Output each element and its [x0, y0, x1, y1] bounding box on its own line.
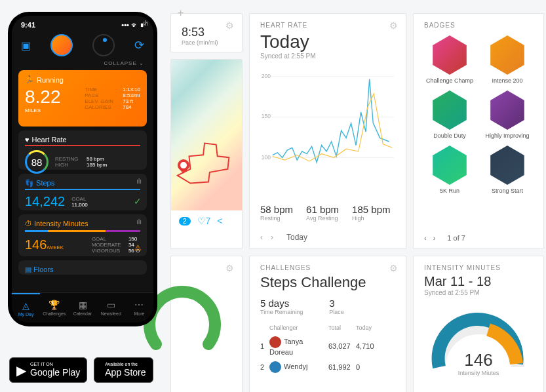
heart-icon: ♥ — [25, 136, 29, 144]
prev-icon[interactable]: ‹ — [424, 234, 427, 242]
avatar[interactable] — [50, 34, 73, 56]
sync-time: Synced at 2:55 PM — [260, 52, 395, 60]
heart-icon[interactable]: ♡7 — [197, 216, 211, 226]
pace-card: + ⚙ 8:53 Pace (min/mi) — [170, 13, 243, 52]
high-value: 185 bpm — [352, 204, 390, 215]
gear-icon[interactable]: ⚙ — [225, 263, 234, 273]
tab-more[interactable]: ⋯More — [125, 293, 153, 323]
play-icon: ▶ — [16, 363, 26, 378]
intensity-value: 146 — [25, 237, 47, 252]
svg-text:200: 200 — [262, 73, 271, 79]
badge-item[interactable]: 5K Run — [424, 146, 475, 194]
activity-map-card: 2 ♡7 < — [170, 59, 243, 249]
phone-steps-card[interactable]: ılı 👣 Steps 14,242 GOAL11,000 ✓ — [18, 174, 147, 210]
sync-icon[interactable]: ⟳ — [134, 38, 144, 52]
phone-intensity-card[interactable]: ılı ⏱ Intensity Minutes 146/WEEK GOAL150… — [18, 214, 147, 256]
intensity-gauge: 146 Intensity Miutes — [426, 308, 531, 374]
pace-label: Pace (min/mi) — [182, 39, 231, 46]
run-distance: 8.22 — [25, 87, 61, 108]
hr-ring: 88 — [25, 150, 49, 174]
table-row[interactable]: 2 Wendyj 61,9920 — [260, 359, 395, 376]
avg-resting-value: 61 bpm — [306, 204, 339, 215]
intensity-card: INTENSITY MINUTES Mar 11 - 18 Synced at … — [413, 256, 544, 392]
news-icon: ▭ — [107, 300, 115, 310]
tab-calendar[interactable]: ▦Calendar — [68, 293, 96, 323]
inbox-icon[interactable]: ▣ — [21, 39, 31, 52]
alert-icon: ⚠ — [134, 243, 142, 252]
heart-rate-card: ⚙ HEART RATE Today Synced at 2:55 PM 200… — [249, 13, 406, 249]
badge-item[interactable]: Double Duty — [424, 90, 475, 139]
card-label: HEART RATE — [260, 22, 395, 29]
app-store-button[interactable]: Available on theApp Store — [94, 357, 153, 383]
nav-label: Today — [286, 233, 307, 242]
intensity-title: Mar 11 - 18 — [424, 274, 533, 289]
calendar-icon: ▦ — [79, 300, 87, 310]
phone-tab-bar: ◬My Day 🏆Challenges ▦Calendar ▭Newsfeed … — [12, 292, 153, 323]
collapse-toggle[interactable]: COLLAPSE ⌄ — [12, 60, 153, 66]
resting-value: 58 bpm — [260, 204, 293, 215]
badge-item[interactable]: Strong Start — [482, 146, 533, 194]
spark-icon: ılı — [143, 20, 148, 27]
running-card[interactable]: ⤢ 🏃Running 8.22MILES TIME1:13:10 PACE8:5… — [18, 70, 147, 127]
gear-icon[interactable]: ⚙ — [389, 263, 398, 273]
myday-icon: ◬ — [22, 300, 29, 311]
add-icon[interactable]: + — [178, 7, 184, 19]
clock-icon: ⏱ — [25, 220, 32, 227]
badge-page: 1 of 7 — [447, 234, 465, 242]
tab-challenges[interactable]: 🏆Challenges — [40, 293, 68, 323]
svg-text:100: 100 — [262, 154, 271, 161]
spark-icon: ılı — [136, 178, 142, 185]
table-row[interactable]: 1 Tanya Doreau 63,0274,710 — [260, 334, 395, 359]
gear-icon[interactable]: ⚙ — [225, 20, 234, 31]
phone-heart-rate-card[interactable]: ılı ♥Heart Rate 88 RESTING58 bpm HIGH185… — [18, 130, 147, 170]
prev-icon[interactable]: ‹ — [260, 233, 263, 242]
more-icon: ⋯ — [134, 300, 144, 310]
route-map[interactable] — [171, 60, 242, 210]
share-icon[interactable]: < — [217, 216, 222, 226]
intensity-value-label: Intensity Miutes — [426, 370, 531, 376]
next-icon[interactable]: › — [271, 233, 273, 242]
badge-item[interactable]: Highly Improving — [482, 90, 533, 139]
phone-floors-card[interactable]: ılı ▤ Floors — [18, 260, 147, 275]
steps-icon: 👣 — [25, 179, 34, 187]
google-play-button[interactable]: ▶ GET IT ONGoogle Play — [9, 357, 87, 383]
status-icons: ••• ᯤ ▮ — [121, 21, 144, 29]
comment-count[interactable]: 2 — [179, 217, 191, 225]
badge-item[interactable]: Challenge Champ — [424, 35, 475, 84]
runner-icon: 🏃 — [25, 75, 34, 84]
next-icon[interactable]: › — [433, 234, 436, 242]
challenge-title: Steps Challenge — [260, 274, 395, 291]
tab-newsfeed[interactable]: ▭Newsfeed — [97, 293, 125, 323]
heart-rate-chart: 200 150 100 — [260, 66, 395, 197]
spark-icon: ılı — [136, 218, 142, 225]
device-ring-icon[interactable] — [92, 34, 115, 56]
card-label: BADGES — [424, 22, 533, 29]
phone-mockup: 9:41 ••• ᯤ ▮ ▣ ⟳ COLLAPSE ⌄ ⤢ 🏃Running 8… — [8, 12, 157, 326]
trophy-icon: 🏆 — [49, 300, 60, 310]
svg-text:150: 150 — [262, 113, 271, 119]
stairs-icon: ▤ — [25, 265, 31, 273]
sync-time: Synced at 2:55 PM — [424, 289, 533, 296]
card-label: INTENSITY MINUTES — [424, 264, 533, 271]
steps-value: 14,242 — [25, 194, 65, 209]
avatar — [269, 336, 281, 348]
intensity-value: 146 — [426, 350, 531, 370]
challenges-card: ⚙ CHALLENGES Steps Challenge 5 daysTime … — [249, 256, 406, 392]
badge-item[interactable]: Intense 200 — [482, 35, 533, 84]
badges-card: BADGES Challenge Champ Intense 200 Doubl… — [413, 13, 544, 249]
gear-icon[interactable]: ⚙ — [389, 20, 398, 31]
check-icon: ✓ — [134, 196, 142, 206]
pace-value: 8:53 — [182, 26, 231, 39]
card-label: CHALLENGES — [260, 264, 395, 271]
heart-rate-title: Today — [260, 31, 395, 52]
avatar — [269, 361, 281, 373]
tab-my-day[interactable]: ◬My Day — [12, 293, 40, 323]
status-time: 9:41 — [21, 21, 35, 29]
